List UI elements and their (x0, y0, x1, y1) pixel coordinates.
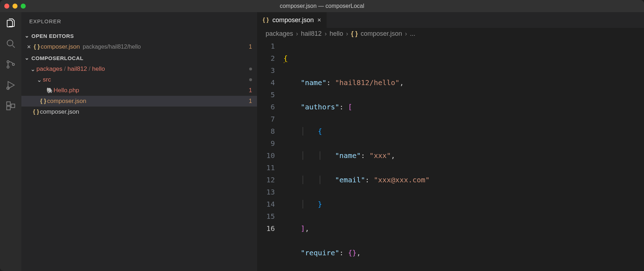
line-number: 2 (257, 52, 275, 64)
activity-bar (0, 12, 21, 271)
line-number: 14 (257, 198, 275, 210)
folder-seg-packages: packages (36, 65, 62, 72)
run-debug-icon[interactable] (5, 79, 16, 91)
chevron-right-icon: › (324, 30, 327, 38)
extensions-icon[interactable] (5, 100, 16, 112)
json-file-icon: { } (263, 17, 269, 23)
folder-src-label: src (43, 76, 51, 83)
open-editor-badge: 1 (249, 44, 252, 50)
svg-point-0 (7, 40, 13, 46)
open-editor-filename: composer.json (41, 43, 80, 50)
fullscreen-window-button[interactable] (21, 4, 26, 9)
file-composer-root-label: composer.json (40, 108, 79, 115)
chevron-down-icon: ⌄ (23, 33, 31, 39)
chevron-right-icon: › (405, 30, 407, 38)
line-number: 9 (257, 137, 275, 149)
json-file-icon: { } (33, 44, 41, 50)
line-number: 5 (257, 89, 275, 101)
bc-packages[interactable]: packages (266, 30, 293, 38)
svg-rect-8 (11, 104, 15, 108)
bc-hail812[interactable]: hail812 (301, 30, 322, 38)
tree-folder-packages[interactable]: ⌄ packages / hail812 / hello (21, 64, 257, 74)
line-number: 4 (257, 77, 275, 89)
line-number: 16 (257, 222, 275, 235)
svg-rect-6 (7, 102, 10, 105)
open-editor-item[interactable]: × { } composer.json packages/hail812/hel… (21, 41, 257, 52)
json-file-icon: { } (351, 30, 358, 38)
tree-file-composer-json[interactable]: { } composer.json 1 (21, 96, 257, 107)
php-file-icon: 🐘 (46, 87, 54, 94)
sidebar: EXPLORER ⌄ OPEN EDITORS × { } composer.j… (21, 12, 257, 271)
tabs: { } composer.json × (257, 12, 644, 28)
source-control-icon[interactable] (5, 59, 16, 70)
chevron-right-icon: › (346, 30, 348, 38)
file-hello-php-badge: 1 (249, 87, 252, 94)
open-editor-path: packages/hail812/hello (83, 44, 141, 50)
chevron-down-icon: ⌄ (23, 55, 31, 61)
tree-file-composer-root[interactable]: { } composer.json (21, 107, 257, 117)
line-number: 12 (257, 174, 275, 186)
line-number: 1 (257, 40, 275, 52)
bc-hello[interactable]: hello (329, 30, 343, 38)
editor-pane: { } composer.json × packages › hail812 ›… (257, 12, 644, 271)
modified-dot-icon (249, 68, 252, 70)
code-editor[interactable]: 1 2 3 4 5 6 7 8 9 10 11 12 13 14 15 16 {… (257, 39, 644, 271)
tab-composer-json[interactable]: { } composer.json × (257, 12, 327, 28)
folder-seg-hello: hello (92, 65, 105, 72)
svg-point-2 (7, 61, 9, 63)
sidebar-title: EXPLORER (21, 12, 257, 30)
file-composer-json-label: composer.json (47, 98, 86, 105)
line-gutter: 1 2 3 4 5 6 7 8 9 10 11 12 13 14 15 16 (257, 39, 283, 271)
json-file-icon: { } (32, 109, 40, 115)
open-editors-section[interactable]: ⌄ OPEN EDITORS (21, 30, 257, 41)
line-number: 15 (257, 210, 275, 222)
line-number: 3 (257, 64, 275, 77)
chevron-right-icon: › (296, 30, 298, 38)
code-content[interactable]: { "name": "hail812/hello", "authors": [ … (283, 39, 644, 271)
file-hello-php-label: Hello.php (54, 87, 79, 94)
window-controls (4, 4, 26, 9)
chevron-down-icon: ⌄ (36, 76, 43, 84)
window-title: composer.json — composerLocal (0, 3, 644, 9)
folder-seg-hail812: hail812 (67, 65, 87, 72)
workspace-title: COMPOSERLOCAL (31, 55, 84, 61)
file-composer-json-badge: 1 (249, 98, 252, 104)
open-editors-title: OPEN EDITORS (31, 33, 74, 39)
line-number: 11 (257, 162, 275, 174)
close-window-button[interactable] (4, 4, 9, 9)
close-icon[interactable]: × (317, 16, 321, 24)
modified-dot-icon (249, 78, 252, 81)
svg-rect-7 (7, 106, 10, 110)
workspace-section[interactable]: ⌄ COMPOSERLOCAL (21, 52, 257, 64)
line-number: 13 (257, 186, 275, 198)
json-file-icon: { } (39, 98, 47, 104)
line-number: 10 (257, 149, 275, 162)
line-number: 7 (257, 113, 275, 125)
chevron-down-icon: ⌄ (29, 65, 36, 73)
svg-point-4 (12, 63, 15, 65)
tree-folder-src[interactable]: ⌄ src (21, 74, 257, 85)
tab-label: composer.json (272, 16, 314, 24)
explorer-icon[interactable] (5, 17, 16, 29)
bc-file[interactable]: composer.json (361, 30, 402, 38)
svg-line-1 (12, 45, 15, 48)
close-icon[interactable]: × (25, 43, 33, 51)
tree-file-hello-php[interactable]: 🐘 Hello.php 1 (21, 85, 257, 96)
search-icon[interactable] (5, 38, 16, 49)
breadcrumbs[interactable]: packages › hail812 › hello › { } compose… (257, 28, 644, 39)
line-number: 6 (257, 101, 275, 113)
titlebar: composer.json — composerLocal (0, 0, 644, 12)
svg-point-3 (7, 66, 9, 68)
bc-ellipsis[interactable]: ... (410, 30, 415, 38)
line-number: 8 (257, 125, 275, 137)
minimize-window-button[interactable] (12, 4, 17, 9)
